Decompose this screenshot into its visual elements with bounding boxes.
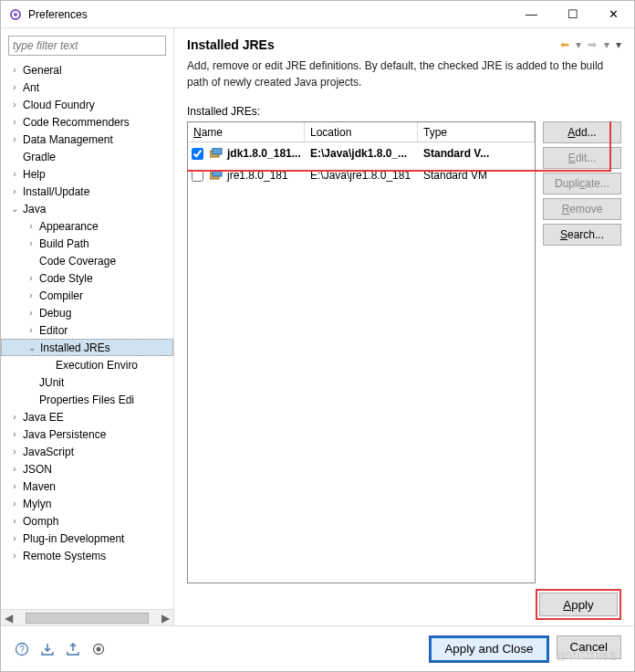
- tree-item-label: Install/Update: [21, 185, 89, 198]
- tree-item-label: Java Persistence: [21, 428, 106, 441]
- svg-text:?: ?: [19, 645, 25, 655]
- chevron-right-icon[interactable]: ›: [8, 65, 21, 75]
- table-row[interactable]: jre1.8.0_181E:\Java\jre1.8.0_181Standard…: [188, 164, 535, 186]
- chevron-right-icon[interactable]: ›: [8, 533, 21, 543]
- tree-item[interactable]: ›Ant: [1, 79, 173, 96]
- import-icon[interactable]: [39, 641, 56, 657]
- apply-and-close-button[interactable]: Apply and Close: [431, 637, 547, 661]
- chevron-right-icon[interactable]: ›: [8, 169, 21, 179]
- chevron-right-icon[interactable]: ›: [8, 481, 21, 491]
- tree-item[interactable]: ›Maven: [1, 478, 173, 495]
- chevron-right-icon[interactable]: ›: [8, 134, 21, 144]
- duplicate-button[interactable]: Duplicate...: [543, 173, 621, 194]
- jre-icon: [209, 146, 224, 161]
- tree-item[interactable]: ›JavaScript: [1, 443, 173, 460]
- preferences-tree[interactable]: ›General›Ant›Cloud Foundry›Code Recommen…: [1, 59, 173, 609]
- chevron-right-icon[interactable]: ›: [25, 238, 37, 248]
- minimize-button[interactable]: —: [511, 1, 552, 27]
- jre-table[interactable]: Name Location Type jdk1.8.0_181...E:\Jav…: [187, 121, 536, 583]
- tree-item[interactable]: ›JUnit: [1, 373, 173, 391]
- record-icon[interactable]: [90, 641, 107, 657]
- chevron-right-icon[interactable]: ›: [8, 412, 21, 422]
- maximize-button[interactable]: ☐: [552, 1, 593, 27]
- jre-icon: [209, 168, 224, 183]
- chevron-right-icon[interactable]: ›: [25, 221, 37, 231]
- tree-item-label: Ant: [21, 81, 39, 94]
- back-dropdown-icon[interactable]: ▾: [576, 38, 581, 51]
- chevron-right-icon[interactable]: ›: [25, 273, 37, 283]
- tree-item-label: Code Recommenders: [21, 116, 130, 129]
- tree-item[interactable]: ›Execution Enviro: [1, 356, 173, 373]
- tree-item-label: Data Management: [21, 133, 113, 146]
- col-type[interactable]: Type: [418, 122, 535, 142]
- forward-icon[interactable]: ➡: [588, 38, 597, 51]
- chevron-right-icon[interactable]: ›: [25, 290, 37, 300]
- chevron-down-icon[interactable]: ⌄: [8, 204, 21, 214]
- horizontal-scrollbar[interactable]: ◀▶: [1, 609, 173, 625]
- chevron-right-icon[interactable]: ›: [8, 516, 21, 526]
- chevron-right-icon[interactable]: ›: [8, 499, 21, 509]
- chevron-right-icon[interactable]: ›: [8, 446, 21, 457]
- tree-item[interactable]: ›Help: [1, 165, 173, 183]
- tree-item-label: Execution Enviro: [54, 359, 138, 372]
- filter-input[interactable]: [8, 36, 166, 56]
- tree-item[interactable]: ›Cloud Foundry: [1, 96, 173, 113]
- tree-item[interactable]: ›Plug-in Development: [1, 530, 173, 547]
- tree-item[interactable]: ›Java EE: [1, 408, 173, 425]
- add-button[interactable]: Add...: [543, 121, 621, 143]
- tree-item[interactable]: ›Properties Files Edi: [1, 391, 173, 408]
- menu-dropdown-icon[interactable]: ▾: [616, 38, 621, 51]
- tree-item[interactable]: ›Oomph: [1, 512, 173, 530]
- chevron-right-icon[interactable]: ›: [25, 325, 37, 335]
- edit-button[interactable]: Edit...: [543, 147, 621, 169]
- help-icon[interactable]: ?: [14, 641, 30, 657]
- tree-item[interactable]: ›Code Coverage: [1, 252, 173, 269]
- tree-item[interactable]: ›Appearance: [1, 217, 173, 235]
- back-icon[interactable]: ⬅: [560, 38, 569, 51]
- col-location[interactable]: Location: [305, 122, 418, 142]
- chevron-right-icon[interactable]: ›: [8, 464, 21, 474]
- chevron-down-icon[interactable]: ⌄: [26, 342, 38, 352]
- tree-item-label: Compiler: [37, 289, 83, 302]
- tree-item[interactable]: ›Code Style: [1, 269, 173, 287]
- chevron-right-icon[interactable]: ›: [8, 82, 21, 92]
- tree-item-label: JSON: [21, 463, 52, 476]
- jre-name: jre1.8.0_181: [227, 169, 288, 182]
- dialog-footer: ? Apply and Close Cancel @51CTO博客: [1, 625, 634, 671]
- tree-item[interactable]: ›Java Persistence: [1, 425, 173, 443]
- chevron-right-icon[interactable]: ›: [8, 429, 21, 439]
- tree-item[interactable]: ›Remote Systems: [1, 547, 173, 564]
- chevron-right-icon[interactable]: ›: [8, 117, 21, 127]
- nav-arrows[interactable]: ⬅ ▾ ➡ ▾ ▾: [557, 38, 621, 51]
- forward-dropdown-icon[interactable]: ▾: [604, 38, 609, 51]
- chevron-right-icon[interactable]: ›: [25, 308, 37, 318]
- close-button[interactable]: ✕: [593, 1, 634, 27]
- tree-item[interactable]: ›Build Path: [1, 235, 173, 252]
- apply-button[interactable]: Apply: [539, 593, 618, 616]
- tree-item[interactable]: ⌄Installed JREs: [1, 339, 173, 356]
- tree-item[interactable]: ›Mylyn: [1, 495, 173, 512]
- tree-item[interactable]: ›Gradle: [1, 148, 173, 165]
- tree-item[interactable]: ›General: [1, 61, 173, 79]
- tree-item[interactable]: ›Data Management: [1, 131, 173, 148]
- table-row[interactable]: jdk1.8.0_181...E:\Java\jdk1.8.0_...Stand…: [188, 142, 535, 164]
- tree-item[interactable]: ›JSON: [1, 460, 173, 478]
- search-button[interactable]: Search...: [543, 224, 621, 246]
- cancel-button[interactable]: Cancel: [557, 635, 622, 659]
- chevron-right-icon[interactable]: ›: [8, 551, 21, 561]
- tree-item[interactable]: ›Editor: [1, 321, 173, 339]
- export-icon[interactable]: [65, 641, 81, 657]
- tree-item-label: Remote Systems: [21, 550, 106, 562]
- chevron-right-icon[interactable]: ›: [8, 186, 21, 196]
- jre-checkbox[interactable]: [192, 148, 203, 160]
- col-name[interactable]: Name: [188, 122, 305, 142]
- tree-item[interactable]: ⌄Java: [1, 200, 173, 217]
- tree-item[interactable]: ›Code Recommenders: [1, 113, 173, 131]
- tree-item-label: Code Style: [37, 272, 93, 285]
- jre-checkbox[interactable]: [192, 170, 203, 182]
- chevron-right-icon[interactable]: ›: [8, 100, 21, 110]
- remove-button[interactable]: Remove: [543, 198, 621, 220]
- tree-item[interactable]: ›Install/Update: [1, 183, 173, 200]
- tree-item[interactable]: ›Debug: [1, 304, 173, 321]
- tree-item[interactable]: ›Compiler: [1, 287, 173, 304]
